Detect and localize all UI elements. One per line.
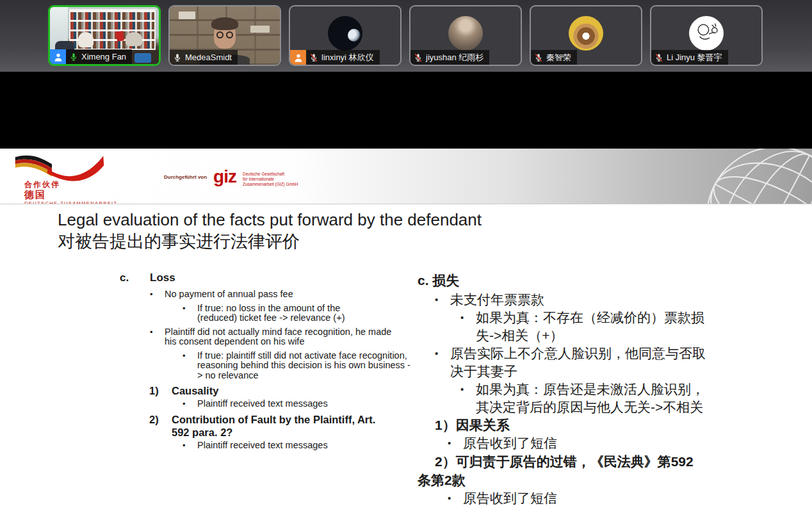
participant-name: MedeaSmidt [185,53,232,62]
avatar [689,16,724,51]
giz-prefix-text: Durchgeführt von [164,174,207,180]
slide-title-en: Legal evaluation of the facts put forwar… [58,209,482,230]
slide-content: Legal evaluation of the facts put forwar… [0,204,812,529]
bullet-item: • 如果为真：不存在（经减价的）票款损失->相关（+） [418,309,751,345]
mic-muted-icon [309,53,318,62]
participant-name: Ximeng Fan [81,52,126,61]
outline-heading-contribution: 2) Contribution of Fault by the Plaintif… [120,413,421,439]
coop-logo-line3: DEUTSCHE ZUSAMMENARBEIT [24,200,118,204]
outline-heading-loss-zh: c. 损失 [418,272,751,289]
name-bar: 秦智荣 [531,50,577,65]
mic-muted-icon [654,53,663,62]
avatar [569,16,603,51]
person-icon [53,52,63,62]
outline-heading-loss: c. Loss [120,271,421,284]
globe-icon [703,149,812,204]
giz-wordmark: giz [213,169,236,184]
video-tile-ximeng-fan[interactable]: Ximeng Fan [48,5,161,66]
outline-heading-causality-zh: 1）因果关系 [418,416,751,434]
name-bar: linxinyi 林欣仪 [306,50,380,65]
shared-slide: 合作伙伴 德国 DEUTSCHE ZUSAMMENARBEIT Durchgef… [0,149,812,529]
bullet-item: • 原告收到了短信 [418,434,751,452]
video-tile-medeasmidt[interactable]: MedeaSmidt [168,5,281,66]
mic-on-icon [173,53,182,62]
video-tile-jiyushan[interactable]: jiyushan 纪雨杉 [409,5,522,66]
name-bar: Ximeng Fan [66,49,132,64]
coop-logo-line2: 德国 [24,189,118,200]
outline-heading-causality: 1) Causality [120,384,421,397]
outline-chinese: c. 损失 • 未支付年票票款 • 如果为真：不存在（经减价的）票款损失->相关… [418,272,751,507]
participant-name: Li Jinyu 黎晋宇 [667,52,722,63]
participant-name: 秦智荣 [546,52,571,63]
bullet-item: • No payment of annual pass fee [120,289,421,300]
participant-name: jiyushan 纪雨杉 [426,52,483,63]
bullet-item: • If true: no loss in the amount of the … [120,304,421,323]
participant-video-strip: Ximeng Fan MedeaSmidt [0,0,812,72]
name-bar: Li Jinyu 黎晋宇 [651,50,728,65]
giz-logo-block: Durchgeführt von giz Deutsche Gesellscha… [164,169,298,187]
name-bar: MedeaSmidt [170,50,238,65]
name-bar: jiyushan 纪雨杉 [410,50,489,65]
bullet-item: • 未支付年票票款 [418,291,751,309]
bullet-item: • Plaintiff received text messages [120,399,421,409]
bullet-item: • 如果为真：原告还是未激活人脸识别，其决定背后的原因与他人无关->不相关 [418,380,751,416]
video-tile-linxinyi[interactable]: linxinyi 林欣仪 [289,5,402,66]
participant-name: linxinyi 林欣仪 [321,52,374,63]
germany-china-ribbon-icon [12,151,108,182]
bullet-item: • If true: plaintiff still did not activ… [120,351,421,381]
mic-muted-icon [534,53,543,62]
slide-title-zh: 对被告提出的事实进行法律评价 [58,230,482,253]
mic-on-icon [69,53,78,61]
participant-icon [290,50,306,65]
bullet-item: • Plaintiff did not actually mind face r… [120,327,421,347]
outline-english: c. Loss • No payment of annual pass fee … [120,271,421,454]
avatar [448,16,483,51]
video-tile-qinzhirong[interactable]: 秦智荣 [530,5,642,66]
sketch-avatar-graphic [692,19,720,47]
avatar [328,16,362,51]
mic-muted-icon [414,53,423,62]
giz-description: Deutsche Gesellschaft für Internationale… [243,172,298,187]
video-tile-li-jinyu[interactable]: Li Jinyu 黎晋宇 [650,5,763,66]
outline-heading-contribution-zh: 2）可归责于原告的过错，《民法典》第592条第2款 [418,452,702,489]
zoom-meeting-window: Ximeng Fan MedeaSmidt [0,0,812,529]
slide-header-band: 合作伙伴 德国 DEUTSCHE ZUSAMMENARBEIT Durchgef… [0,149,812,204]
germany-china-cooperation-logo: 合作伙伴 德国 DEUTSCHE ZUSAMMENARBEIT [12,151,118,204]
participant-icon [50,49,66,64]
person-icon [293,53,304,63]
bullet-item: • 原告收到了短信 [418,489,751,507]
letterbox-band [0,72,812,149]
bullet-item: • 原告实际上不介意人脸识别，他同意与否取决于其妻子 [418,345,751,380]
slide-title: Legal evaluation of the facts put forwar… [58,209,482,253]
bullet-item: • Plaintiff received text messages [120,441,421,451]
